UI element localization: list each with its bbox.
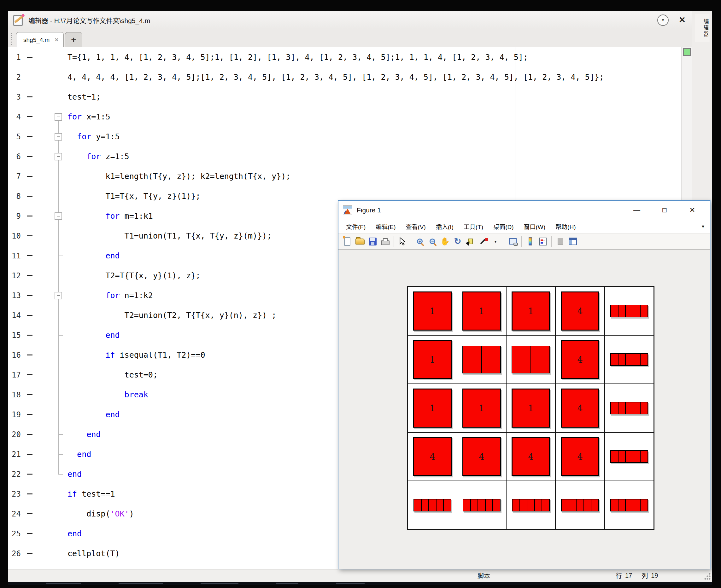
menu-item-0[interactable]: 文件(F) <box>341 224 370 230</box>
breakpoint-margin[interactable] <box>23 176 36 177</box>
rotate-3d-icon[interactable]: ↻ <box>451 235 464 247</box>
menu-item-3[interactable]: 插入(I) <box>431 224 459 230</box>
code-text: test=0; <box>67 370 158 379</box>
breakpoint-margin[interactable] <box>23 136 36 137</box>
breakpoint-margin[interactable] <box>23 97 36 97</box>
new-tab-button[interactable]: + <box>65 32 82 47</box>
breakpoint-margin[interactable] <box>23 374 36 375</box>
menu-item-7[interactable]: 帮助(H) <box>550 224 581 230</box>
cell-scalar-box: 4 <box>462 437 501 476</box>
code-text: break <box>67 390 148 399</box>
editor-dock-tab[interactable]: 编辑器 <box>695 14 710 42</box>
brush-data-icon[interactable] <box>477 235 489 247</box>
breakpoint-margin[interactable] <box>23 533 36 534</box>
menu-item-5[interactable]: 桌面(D) <box>488 224 519 230</box>
code-text: end <box>67 450 91 459</box>
close-editor-button[interactable]: ✕ <box>677 15 687 25</box>
fold-margin <box>36 67 67 87</box>
print-icon[interactable] <box>379 235 392 247</box>
actions-menu-button[interactable]: ▼ <box>657 15 669 26</box>
breakpoint-margin[interactable] <box>23 315 36 316</box>
breakpoint-margin[interactable] <box>23 434 36 435</box>
breakpoint-margin[interactable] <box>23 493 36 495</box>
breakpoint-margin[interactable] <box>23 255 36 256</box>
show-plot-tools-icon[interactable] <box>566 235 579 247</box>
breakpoint-margin[interactable] <box>23 235 36 236</box>
breakpoint-margin[interactable] <box>23 116 36 117</box>
tabbar-grip[interactable] <box>11 33 14 45</box>
cell-vector-boxes <box>610 305 648 317</box>
menu-item-6[interactable]: 窗口(W) <box>519 224 551 230</box>
resize-grip[interactable] <box>701 569 712 582</box>
code-text: end <box>67 251 120 260</box>
editor-title: 编辑器 - H:\7月论文写作文件夹\shg5_4.m <box>28 16 150 25</box>
insert-legend-icon[interactable] <box>537 235 549 247</box>
breakpoint-margin[interactable] <box>23 394 36 395</box>
insert-colorbar-icon[interactable] <box>524 235 537 247</box>
fold-margin[interactable] <box>36 107 67 127</box>
fold-margin[interactable] <box>36 206 67 226</box>
figure-canvas[interactable]: 11141411144444 <box>338 250 710 569</box>
menu-item-1[interactable]: 编辑(E) <box>370 224 401 230</box>
breakpoint-margin[interactable] <box>23 196 36 197</box>
fold-margin[interactable] <box>36 147 67 166</box>
save-icon[interactable] <box>366 235 379 247</box>
open-file-icon[interactable] <box>354 235 366 247</box>
code-text: end <box>67 430 101 439</box>
zoom-out-icon[interactable]: − <box>426 235 439 247</box>
breakpoint-margin[interactable] <box>23 275 36 276</box>
brush-dropdown-icon[interactable]: ▾ <box>489 235 502 247</box>
cell-scalar-box: 4 <box>413 437 452 476</box>
breakpoint-margin[interactable] <box>23 414 36 415</box>
fold-margin[interactable] <box>36 286 67 305</box>
code-line-4[interactable]: 4for x=1:5 <box>8 107 681 127</box>
code-text: for z=1:5 <box>67 152 129 161</box>
fold-margin <box>36 87 67 107</box>
figure-title: Figure 1 <box>357 206 381 214</box>
code-line-5[interactable]: 5for y=1:5 <box>8 127 681 147</box>
breakpoint-margin[interactable] <box>23 295 36 296</box>
breakpoint-margin[interactable] <box>23 454 36 455</box>
breakpoint-margin[interactable] <box>23 156 36 157</box>
cell-vector-boxes <box>561 499 599 511</box>
breakpoint-margin[interactable] <box>23 57 36 58</box>
zoom-in-icon[interactable]: + <box>414 235 426 247</box>
menu-item-2[interactable]: 查看(V) <box>401 224 431 230</box>
new-file-icon[interactable] <box>341 235 354 247</box>
minimize-button[interactable]: — <box>629 206 644 214</box>
code-line-7[interactable]: 7k1=length(T{y, z}); k2=length(T{x, y}); <box>8 166 681 186</box>
maximize-button[interactable]: □ <box>657 206 672 214</box>
tab-close-icon[interactable]: × <box>55 36 58 43</box>
hide-plot-tools-icon[interactable] <box>554 235 566 247</box>
breakpoint-margin[interactable] <box>23 355 36 355</box>
code-line-3[interactable]: 3test=1; <box>8 87 681 107</box>
code-line-6[interactable]: 6for z=1:5 <box>8 147 681 166</box>
tab-shg5_4[interactable]: shg5_4.m × <box>16 32 64 47</box>
edit-cursor-icon[interactable] <box>396 235 409 247</box>
cellplot-cell-r2c1: 1 <box>408 335 457 384</box>
code-text: test=1; <box>67 92 101 102</box>
code-text: for y=1:5 <box>67 132 120 141</box>
fold-margin[interactable] <box>36 127 67 147</box>
menu-overflow-icon[interactable]: ▾ <box>702 224 704 229</box>
cellplot-cell-r5c4 <box>556 481 605 529</box>
code-line-2[interactable]: 24, 4, 4, 4, [1, 2, 3, 4, 5];[1, 2, 3, 4… <box>8 67 681 87</box>
breakpoint-margin[interactable] <box>23 215 36 216</box>
cellplot-cell-r5c3 <box>506 481 556 529</box>
fold-margin <box>36 305 67 325</box>
link-plots-icon[interactable] <box>506 235 519 247</box>
breakpoint-margin[interactable] <box>23 513 36 514</box>
fold-margin <box>36 424 67 444</box>
breakpoint-margin[interactable] <box>23 553 36 554</box>
close-button[interactable]: ✕ <box>685 206 700 214</box>
figure-titlebar[interactable]: Figure 1 — □ ✕ <box>338 201 710 219</box>
code-text: cellplot(T) <box>67 549 120 558</box>
data-cursor-icon[interactable] <box>464 235 477 247</box>
code-line-1[interactable]: 1T={1, 1, 1, 4, [1, 2, 3, 4, 5];1, [1, 2… <box>8 47 681 67</box>
breakpoint-margin[interactable] <box>23 474 36 475</box>
code-analyzer-indicator[interactable] <box>683 48 691 56</box>
pan-hand-icon[interactable]: ✋ <box>439 235 451 247</box>
col-value: 19 <box>651 572 658 579</box>
menu-item-4[interactable]: 工具(T) <box>459 224 488 230</box>
breakpoint-margin[interactable] <box>23 335 36 336</box>
